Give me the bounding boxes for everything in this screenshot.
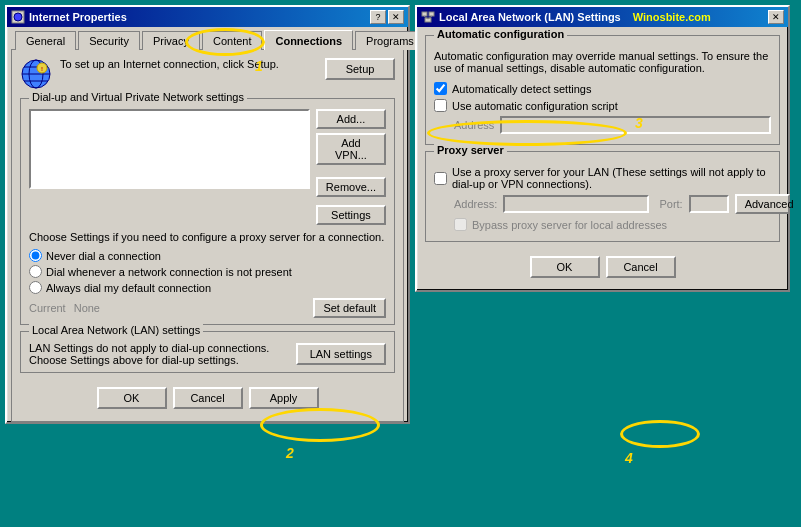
lan-bottom-buttons: OK Cancel — [425, 248, 780, 282]
settings-button[interactable]: Settings — [316, 205, 386, 225]
tab-connections[interactable]: Connections — [264, 30, 353, 50]
lan-watermark: Winosbite.com — [633, 11, 711, 23]
auto-detect-label: Automatically detect settings — [452, 83, 591, 95]
auto-detect-checkbox[interactable] — [434, 82, 447, 95]
help-button[interactable]: ? — [370, 10, 386, 24]
lan-settings-titlebar[interactable]: Local Area Network (LAN) Settings Winosb… — [417, 7, 788, 27]
tab-content[interactable]: Content — [202, 31, 263, 50]
auto-config-section: Automatic configuration Automatic config… — [425, 35, 780, 145]
internet-properties-dialog: Internet Properties ? ✕ General Security… — [5, 5, 410, 424]
auto-config-desc: Automatic configuration may override man… — [434, 50, 771, 74]
lan-ok-button[interactable]: OK — [530, 256, 600, 278]
lan-group: Local Area Network (LAN) settings LAN Se… — [20, 331, 395, 373]
apply-button[interactable]: Apply — [249, 387, 319, 409]
auto-config-title: Automatic configuration — [434, 28, 567, 40]
lan-close-button[interactable]: ✕ — [768, 10, 784, 24]
lan-settings-dialog: Local Area Network (LAN) Settings Winosb… — [415, 5, 790, 292]
proxy-port-label: Port: — [659, 198, 682, 210]
current-value: None — [74, 302, 100, 314]
ok-button[interactable]: OK — [97, 387, 167, 409]
cancel-button[interactable]: Cancel — [173, 387, 243, 409]
annotation-number-2: 2 — [286, 445, 294, 461]
lan-desc2: Choose Settings above for dial-up settin… — [29, 354, 269, 366]
bypass-checkbox[interactable] — [454, 218, 467, 231]
bypass-label: Bypass proxy server for local addresses — [472, 219, 667, 231]
lan-settings-button[interactable]: LAN settings — [296, 343, 386, 365]
address-input[interactable] — [500, 116, 771, 134]
whenever-dial-label: Dial whenever a network connection is no… — [46, 266, 292, 278]
never-dial-radio[interactable] — [29, 249, 42, 262]
proxy-section: Proxy server Use a proxy server for your… — [425, 151, 780, 242]
proxy-address-label: Address: — [454, 198, 497, 210]
auto-script-label: Use automatic configuration script — [452, 100, 618, 112]
tab-bar: General Security Privacy Content Connect… — [11, 31, 404, 50]
globe-icon: ! — [20, 58, 52, 90]
lan-settings-title: Local Area Network (LAN) Settings — [439, 11, 621, 23]
add-button[interactable]: Add... — [316, 109, 386, 129]
add-vpn-button[interactable]: Add VPN... — [316, 133, 386, 165]
annotation-number-4: 4 — [625, 450, 633, 466]
proxy-desc: Use a proxy server for your LAN (These s… — [452, 166, 771, 190]
dialup-group-label: Dial-up and Virtual Private Network sett… — [29, 91, 247, 103]
setup-text: To set up an Internet connection, click … — [60, 58, 317, 70]
svg-text:!: ! — [41, 66, 43, 72]
proxy-address-input[interactable] — [503, 195, 649, 213]
current-label: Current — [29, 302, 66, 314]
svg-rect-9 — [422, 12, 427, 16]
annotation-circle-4 — [620, 420, 700, 448]
set-default-button[interactable]: Set default — [313, 298, 386, 318]
tab-general[interactable]: General — [15, 31, 76, 50]
lan-dialog-icon — [421, 10, 435, 24]
lan-group-label: Local Area Network (LAN) settings — [29, 324, 203, 336]
whenever-dial-radio[interactable] — [29, 265, 42, 278]
svg-point-1 — [14, 13, 22, 21]
bottom-buttons: OK Cancel Apply — [20, 379, 395, 413]
proxy-port-input[interactable]: 80 — [689, 195, 729, 213]
proxy-title: Proxy server — [434, 144, 507, 156]
proxy-hint: Choose Settings if you need to configure… — [29, 231, 386, 243]
tab-privacy[interactable]: Privacy — [142, 31, 200, 50]
tab-security[interactable]: Security — [78, 31, 140, 50]
connections-tab-content: ! To set up an Internet connection, clic… — [11, 49, 404, 422]
lan-cancel-button[interactable]: Cancel — [606, 256, 676, 278]
connections-listbox[interactable] — [29, 109, 310, 189]
dialup-group: Dial-up and Virtual Private Network sett… — [20, 98, 395, 325]
proxy-enable-checkbox[interactable] — [434, 172, 447, 185]
always-dial-radio[interactable] — [29, 281, 42, 294]
svg-rect-10 — [429, 12, 434, 16]
address-label: Address — [454, 119, 494, 131]
remove-button[interactable]: Remove... — [316, 177, 386, 197]
close-button[interactable]: ✕ — [388, 10, 404, 24]
never-dial-label: Never dial a connection — [46, 250, 161, 262]
internet-props-title: Internet Properties — [29, 11, 127, 23]
internet-props-titlebar[interactable]: Internet Properties ? ✕ — [7, 7, 408, 27]
dialog-icon — [11, 10, 25, 24]
always-dial-label: Always dial my default connection — [46, 282, 211, 294]
advanced-button[interactable]: Advanced — [735, 194, 790, 214]
lan-desc1: LAN Settings do not apply to dial-up con… — [29, 342, 269, 354]
auto-script-checkbox[interactable] — [434, 99, 447, 112]
setup-button[interactable]: Setup — [325, 58, 395, 80]
